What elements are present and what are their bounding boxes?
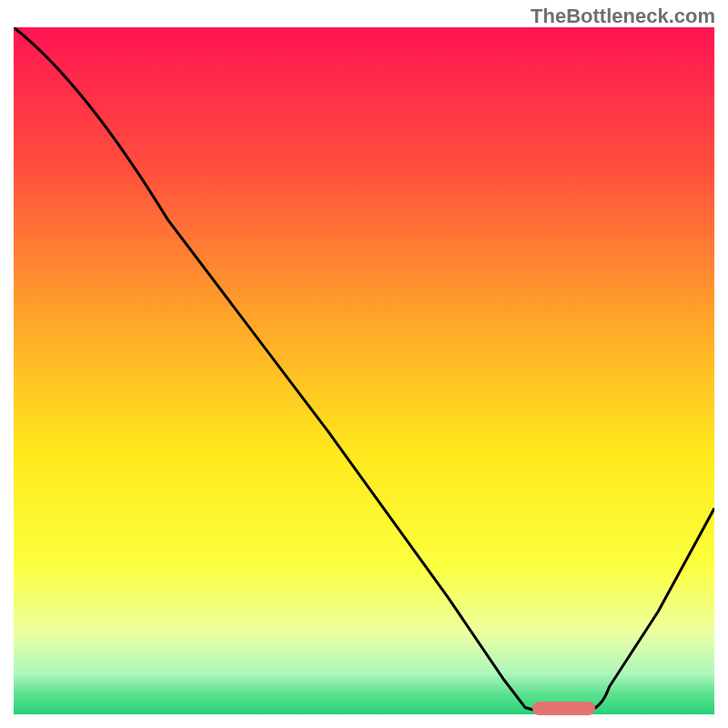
gradient-background <box>14 27 714 714</box>
svg-rect-0 <box>14 27 714 714</box>
optimal-marker <box>532 702 595 715</box>
watermark-text: TheBottleneck.com <box>531 5 715 28</box>
chart-plot-area <box>14 27 714 714</box>
